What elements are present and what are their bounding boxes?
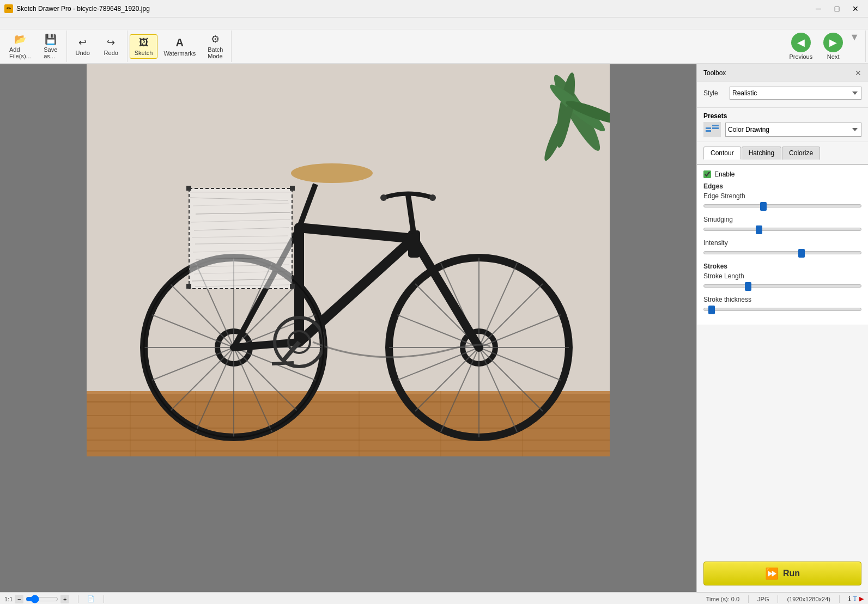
run-button[interactable]: ⏩ Run (703, 562, 861, 585)
page-icon: 📄 (87, 595, 95, 602)
sketch-label: Sketch (135, 50, 153, 56)
share-icon-2[interactable]: ▶ (859, 595, 864, 602)
svg-point-50 (429, 194, 436, 201)
next-icon: ▶ (823, 33, 843, 52)
edge-strength-track (703, 204, 861, 208)
tab-colorize[interactable]: Colorize (782, 147, 820, 160)
toolbar-edit-group: ↩ Undo ↪ Redo (67, 30, 128, 62)
stroke-length-label: Stroke Length (703, 272, 861, 280)
run-label: Run (783, 569, 800, 578)
add-files-icon: 📂 (14, 33, 26, 45)
edge-strength-thumb[interactable] (760, 202, 767, 211)
presets-row: Presets (703, 112, 861, 120)
status-sep-5 (839, 595, 840, 603)
watermarks-button[interactable]: A Watermarks (159, 34, 201, 59)
enable-checkbox[interactable] (703, 170, 711, 178)
maximize-button[interactable]: □ (829, 3, 845, 14)
toolbar-more-button[interactable]: ▼ (849, 32, 859, 43)
stroke-length-track (703, 284, 861, 288)
zoom-in-button[interactable]: + (60, 595, 69, 603)
stroke-length-slider-container (703, 282, 861, 290)
save-as-button[interactable]: 💾 Saveas... (37, 30, 64, 62)
run-button-area: ⏩ Run (697, 555, 868, 592)
zoom-level: 1:1 (4, 596, 13, 602)
window-title: Sketch Drawer Pro - bicycle-789648_1920.… (16, 5, 150, 13)
svg-rect-78 (712, 125, 719, 126)
intensity-slider-row: Intensity (703, 239, 861, 257)
intensity-label: Intensity (703, 239, 861, 247)
tab-hatching[interactable]: Hatching (742, 147, 781, 160)
add-files-label: AddFile(s)... (9, 46, 31, 59)
canvas-scroll[interactable] (0, 64, 696, 592)
svg-line-54 (272, 363, 294, 364)
style-label: Style (703, 89, 725, 97)
tab-contour[interactable]: Contour (703, 147, 741, 160)
intensity-thumb[interactable] (798, 249, 805, 258)
enable-row: Enable (703, 170, 861, 178)
toolbar-tools-group: 🖼 Sketch A Watermarks ⚙ BatchMode (128, 30, 232, 62)
time-info: Time (s): 0.0 (706, 596, 739, 602)
svg-rect-75 (290, 284, 295, 289)
stroke-length-thumb[interactable] (745, 282, 751, 291)
toolbox-panel: Toolbox ✕ Style Realistic Pencil Comic P… (696, 64, 868, 592)
tabs-row: Contour Hatching Colorize (703, 147, 861, 160)
previous-button[interactable]: ◀ Previous (785, 30, 817, 62)
svg-rect-2 (87, 391, 610, 394)
enable-label: Enable (714, 170, 735, 178)
svg-rect-72 (186, 186, 191, 191)
main-area: ◀ ▶ Toolbox ✕ Style Realistic Pencil Com… (0, 64, 868, 592)
redo-button[interactable]: ↪ Redo (98, 34, 125, 59)
close-button[interactable]: ✕ (847, 3, 864, 14)
zoom-slider[interactable] (26, 595, 58, 603)
status-sep-4 (778, 595, 778, 603)
next-button[interactable]: ▶ Next (819, 30, 847, 62)
stroke-thickness-track (703, 308, 861, 311)
undo-button[interactable]: ↩ Undo (69, 34, 96, 59)
edge-strength-slider-container (703, 202, 861, 210)
batch-mode-label: BatchMode (208, 46, 223, 59)
nav-area: ◀ Previous ▶ Next ▼ (785, 29, 868, 63)
save-label: Saveas... (44, 46, 57, 59)
undo-label: Undo (76, 50, 90, 56)
canvas-area[interactable]: ◀ ▶ (0, 64, 696, 592)
share-icon-1[interactable]: 𝕋 (853, 595, 857, 602)
add-files-button[interactable]: 📂 AddFile(s)... (4, 30, 36, 62)
smudging-label: Smudging (703, 216, 861, 223)
stroke-thickness-thumb[interactable] (708, 306, 715, 314)
style-section: Style Realistic Pencil Comic Pastel (697, 82, 868, 108)
stroke-thickness-label: Stroke thickness (703, 296, 861, 303)
batch-mode-button[interactable]: ⚙ BatchMode (202, 30, 229, 62)
presets-select[interactable]: Color Drawing Pencil Sketch Charcoal Wat… (725, 123, 861, 137)
toolbox-header: Toolbox ✕ (697, 64, 868, 82)
titlebar: ✏ Sketch Drawer Pro - bicycle-789648_192… (0, 0, 868, 17)
intensity-track (703, 251, 861, 254)
minimize-button[interactable]: ─ (810, 3, 827, 14)
dimensions-label: (1920x1280x24) (787, 596, 830, 602)
tab-content: Enable Edges Edge Strength Smudging (697, 164, 868, 325)
status-sep-1 (78, 595, 78, 603)
format-label: JPG (757, 596, 769, 602)
style-select[interactable]: Realistic Pencil Comic Pastel (730, 87, 861, 100)
redo-label: Redo (104, 50, 118, 56)
svg-rect-73 (290, 186, 295, 191)
edges-heading: Edges (703, 182, 861, 190)
svg-rect-76 (706, 127, 711, 129)
stroke-thickness-slider-container (703, 305, 861, 314)
svg-rect-74 (186, 284, 191, 289)
tabs-section: Contour Hatching Colorize (697, 142, 868, 164)
sketch-icon: 🖼 (139, 37, 149, 48)
previous-label: Previous (789, 53, 812, 60)
toolbox-title: Toolbox (703, 69, 726, 77)
svg-rect-79 (712, 127, 719, 129)
smudging-thumb[interactable] (756, 225, 762, 234)
smudging-track (703, 228, 861, 231)
sketch-button[interactable]: 🖼 Sketch (130, 34, 158, 59)
zoom-out-button[interactable]: − (15, 595, 23, 603)
toolbox-close-button[interactable]: ✕ (855, 69, 861, 77)
zoom-controls: 1:1 − + (4, 595, 69, 603)
undo-icon: ↩ (78, 36, 87, 48)
run-icon: ⏩ (765, 567, 779, 580)
stroke-length-slider-row: Stroke Length (703, 272, 861, 290)
svg-rect-45 (408, 230, 420, 258)
smudging-slider-container (703, 225, 861, 234)
